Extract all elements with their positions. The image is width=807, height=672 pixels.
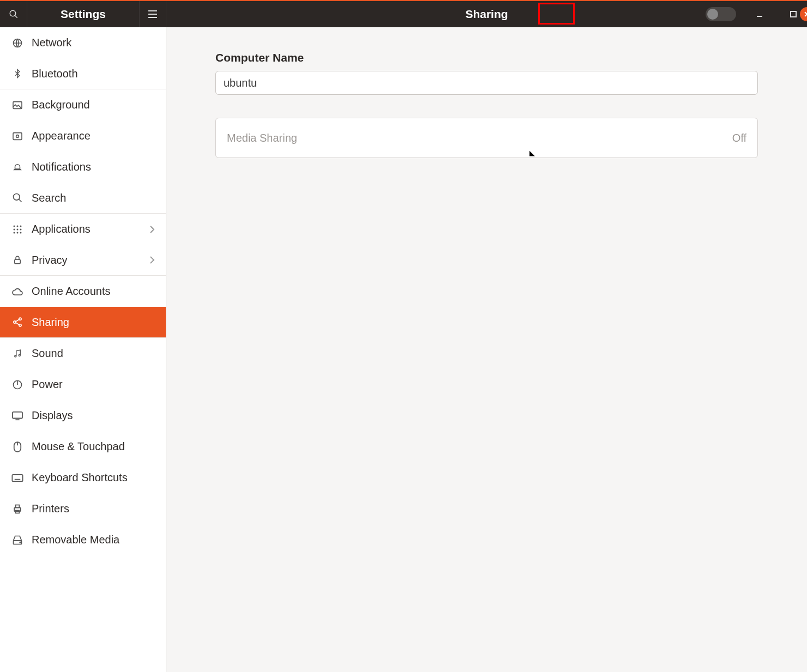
- svg-rect-11: [13, 132, 22, 140]
- sidebar-item-label: Power: [32, 378, 155, 391]
- drive-icon: [11, 534, 24, 547]
- svg-point-23: [20, 232, 22, 233]
- bluetooth-icon: [11, 67, 24, 80]
- sidebar-item-printers[interactable]: Printers: [0, 493, 166, 524]
- chevron-right-icon: [149, 225, 155, 234]
- svg-point-0: [10, 10, 16, 16]
- sidebar-item-sound[interactable]: Sound: [0, 338, 166, 369]
- minimize-icon: [756, 10, 763, 18]
- titlebar-right: Sharing: [166, 1, 807, 27]
- svg-rect-24: [15, 259, 21, 264]
- power-icon: [11, 378, 24, 391]
- sidebar-item-label: Appearance: [32, 130, 155, 142]
- svg-point-30: [15, 355, 16, 357]
- svg-line-29: [16, 323, 20, 325]
- sharing-master-toggle[interactable]: [706, 7, 736, 21]
- sidebar-item-label: Online Accounts: [32, 285, 155, 298]
- sidebar-item-displays[interactable]: Displays: [0, 400, 166, 431]
- display-icon: [11, 409, 24, 422]
- hamburger-menu-button[interactable]: [139, 1, 166, 27]
- sidebar-item-privacy[interactable]: Privacy: [0, 245, 166, 276]
- computer-name-input[interactable]: [215, 71, 758, 95]
- sidebar-item-label: Search: [32, 192, 155, 204]
- music-icon: [11, 347, 24, 360]
- sidebar-item-label: Keyboard Shortcuts: [32, 471, 155, 484]
- svg-line-1: [15, 15, 17, 18]
- svg-point-12: [16, 135, 19, 137]
- svg-rect-34: [13, 411, 22, 418]
- svg-point-17: [20, 225, 22, 227]
- globe-icon: [11, 37, 24, 50]
- mouse-icon: [11, 440, 24, 453]
- sidebar-item-bluetooth[interactable]: Bluetooth: [0, 58, 166, 89]
- sidebar-item-label: Sound: [32, 347, 155, 360]
- media-sharing-row[interactable]: Media Sharing Off: [215, 118, 758, 158]
- sidebar-item-label: Removable Media: [32, 534, 155, 546]
- sidebar-item-label: Background: [32, 99, 155, 111]
- sidebar-item-label: Displays: [32, 409, 155, 422]
- sidebar-item-keyboard-shortcuts[interactable]: Keyboard Shortcuts: [0, 462, 166, 493]
- page-title: Sharing: [465, 8, 508, 21]
- svg-point-21: [14, 232, 15, 233]
- hamburger-icon: [148, 10, 158, 18]
- sidebar-item-online-accounts[interactable]: Online Accounts: [0, 276, 166, 307]
- printer-icon: [11, 503, 24, 516]
- sidebar-item-label: Notifications: [32, 161, 155, 173]
- main-content: Computer Name Media Sharing Off: [166, 27, 807, 672]
- media-sharing-state: Off: [732, 132, 746, 144]
- search-icon: [11, 191, 24, 204]
- sidebar-item-power[interactable]: Power: [0, 369, 166, 400]
- svg-rect-6: [791, 11, 796, 17]
- svg-rect-38: [12, 474, 22, 481]
- share-icon: [11, 316, 24, 329]
- sidebar-item-applications[interactable]: Applications: [0, 214, 166, 245]
- svg-line-14: [19, 199, 22, 202]
- svg-point-22: [17, 232, 19, 233]
- body: NetworkBluetoothBackgroundAppearanceNoti…: [0, 27, 807, 672]
- svg-point-15: [14, 225, 15, 227]
- window-controls: [706, 1, 807, 27]
- keyboard-icon: [11, 471, 24, 485]
- settings-title: Settings: [27, 8, 139, 21]
- sidebar-item-label: Applications: [32, 223, 149, 235]
- sidebar-item-removable-media[interactable]: Removable Media: [0, 524, 166, 555]
- svg-point-18: [14, 228, 15, 230]
- picture-icon: [11, 99, 24, 112]
- sidebar-item-search[interactable]: Search: [0, 183, 166, 214]
- media-sharing-label: Media Sharing: [227, 132, 732, 144]
- sidebar-item-sharing[interactable]: Sharing: [0, 307, 166, 338]
- sidebar-item-label: Privacy: [32, 254, 149, 267]
- sidebar-item-notifications[interactable]: Notifications: [0, 152, 166, 183]
- svg-point-48: [20, 542, 21, 543]
- sidebar-item-mouse-touchpad[interactable]: Mouse & Touchpad: [0, 431, 166, 462]
- cloud-icon: [11, 285, 24, 298]
- sidebar-item-label: Bluetooth: [32, 68, 155, 80]
- titlebar: Settings Sharing: [0, 0, 807, 27]
- search-button[interactable]: [0, 1, 27, 27]
- close-icon: [804, 11, 807, 17]
- search-icon: [9, 9, 19, 19]
- titlebar-left: Settings: [0, 1, 166, 27]
- sidebar-item-appearance[interactable]: Appearance: [0, 120, 166, 152]
- toggle-knob: [707, 9, 718, 20]
- sidebar-item-network[interactable]: Network: [0, 27, 166, 58]
- chevron-right-icon: [149, 256, 155, 264]
- sidebar-item-background[interactable]: Background: [0, 89, 166, 120]
- svg-point-31: [19, 354, 20, 356]
- sidebar[interactable]: NetworkBluetoothBackgroundAppearanceNoti…: [0, 27, 166, 672]
- computer-name-label: Computer Name: [215, 51, 758, 64]
- sidebar-item-label: Printers: [32, 503, 155, 515]
- svg-point-13: [14, 194, 20, 201]
- sidebar-item-label: Network: [32, 37, 155, 49]
- svg-point-19: [17, 228, 19, 230]
- grid-icon: [11, 223, 24, 236]
- svg-rect-45: [16, 505, 20, 507]
- bell-icon: [11, 161, 24, 174]
- maximize-icon: [790, 11, 797, 17]
- minimize-button[interactable]: [746, 1, 773, 27]
- appearance-icon: [11, 130, 24, 143]
- svg-point-16: [17, 225, 19, 227]
- svg-point-20: [20, 228, 22, 230]
- sidebar-item-label: Mouse & Touchpad: [32, 440, 155, 453]
- sidebar-item-label: Sharing: [32, 316, 155, 329]
